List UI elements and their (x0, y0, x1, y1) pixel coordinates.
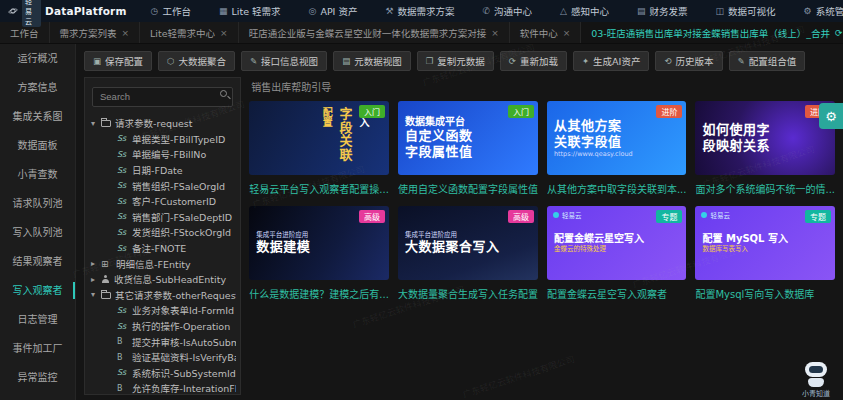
tree-expand-arrow[interactable]: ▸ (89, 259, 97, 268)
tree-node[interactable]: ▾请求参数-request (89, 116, 236, 132)
toolbar-button-复制元数据[interactable]: ❐复制元数据 (417, 51, 494, 71)
card-caption[interactable]: 从其他方案中取字段关联到本... (547, 181, 687, 196)
tree-node[interactable]: B验证基础资料-IsVerifyBaseDataField (89, 349, 236, 365)
toolbar-button-保存配置[interactable]: ▣保存配置 (84, 51, 152, 71)
tab-refresh-icon[interactable]: ⟳ (835, 28, 843, 38)
assistant-mascot[interactable]: 小青知道 (799, 362, 833, 398)
field-tree-panel: ▾请求参数-requestSs单据类型-FBillTypeIDSs单据编号-FB… (84, 77, 241, 395)
toolbar-button-接口信息视图[interactable]: ✎接口信息视图 (241, 51, 327, 71)
tree-node-label: 日期-FDate (132, 163, 183, 177)
card-caption[interactable]: 轻易云平台写入观察者配置操... (249, 181, 389, 196)
card-caption[interactable]: 配置Mysql写向写入数据库 (695, 286, 835, 301)
help-card[interactable]: 数据集成平台自定义函数字段属性值入门使用自定义函数配置字段属性值 (398, 101, 538, 196)
toolbar-button-生成AI资产[interactable]: ✦生成AI资产 (573, 51, 649, 71)
navbar-item-label: 感知中心 (571, 4, 609, 18)
bool-icon: B (117, 384, 128, 393)
tree-node[interactable]: ▸⊞明细信息-FEntity (89, 256, 236, 272)
brand[interactable]: 轻易云 DataPlatform (0, 0, 137, 27)
tree-node[interactable]: Ss销售部门-FSaleDeptID (89, 209, 236, 225)
navbar-item-感知中心[interactable]: △感知中心 (546, 0, 623, 22)
help-card[interactable]: 从其他方案关联字段值https://www.qeasy.cloud进阶从其他方案… (547, 101, 687, 196)
tree-node[interactable]: Ss执行的操作-Operation (89, 318, 236, 334)
help-card[interactable]: 集成平台进阶应用大数据聚合写入高级大数据量聚合生成写入任务配置 (398, 206, 538, 301)
tree-node[interactable]: ▾其它请求参数-otherRequest (89, 287, 236, 303)
tab-close-icon[interactable]: × (122, 28, 130, 38)
navbar-item-API 资产[interactable]: ◎API 资产 (295, 0, 372, 22)
navbar-item-系统管理[interactable]: ⚙系统管理 (790, 0, 843, 22)
tab-03-旺店通销售出库单对接金蝶销售出库单（线上）_合并[interactable]: 03-旺店通销售出库单对接金蝶销售出库单（线上）_合并⟳× (581, 22, 843, 43)
toolbar-button-大数据聚合[interactable]: ⬡大数据聚合 (158, 51, 235, 71)
tree-node[interactable]: Ss日期-FDate (89, 162, 236, 178)
help-card[interactable]: 集成平台进阶应用数据建模高级什么是数据建模？建模之后有... (249, 206, 389, 301)
tree-node[interactable]: Ss单据类型-FBillTypeID (89, 131, 236, 147)
toolbar-button-历史版本[interactable]: ⟲历史版本 (655, 51, 722, 71)
string-icon: Ss (117, 166, 128, 175)
tab-软件中心[interactable]: 软件中心× (510, 22, 582, 43)
sidebar-item-结果观察者[interactable]: 结果观察者 (0, 247, 75, 276)
tree-expand-arrow[interactable]: ▾ (89, 290, 97, 299)
sidebar-item-请求队列池[interactable]: 请求队列池 (0, 189, 75, 218)
string-icon: Ss (117, 368, 128, 377)
tree-node-label: 收货信息-SubHeadEntity (114, 272, 226, 286)
card-caption[interactable]: 大数据量聚合生成写入任务配置 (398, 286, 538, 301)
navbar-item-沟通中心[interactable]: ✆沟通中心 (469, 0, 547, 22)
tab-旺店通企业版与金蝶云星空业财一体化数据需求方案对接[interactable]: 旺店通企业版与金蝶云星空业财一体化数据需求方案对接× (239, 22, 510, 43)
tree-node[interactable]: B允许负库存-InterationFlags (89, 381, 236, 395)
toolbar-button-元数据视图[interactable]: ▤元数据视图 (333, 51, 411, 71)
field-tree: ▾请求参数-requestSs单据类型-FBillTypeIDSs单据编号-FB… (85, 114, 240, 396)
sidebar-item-运行概况[interactable]: 运行概况 (0, 44, 75, 73)
thumb-text: 配置金蝶云星空写入 (554, 233, 680, 246)
help-card[interactable]: 写入字段关联配置入门轻易云平台写入观察者配置操... (249, 101, 389, 196)
tree-node[interactable]: Ss业务对象表单Id-FormId (89, 303, 236, 319)
search-input[interactable] (92, 87, 233, 107)
sidebar-item-事件加工厂[interactable]: 事件加工厂 (0, 334, 75, 363)
tree-expand-arrow[interactable]: ▾ (89, 119, 97, 128)
tree-node-label: 备注-FNOTE (132, 241, 186, 255)
card-thumbnail: 集成平台进阶应用数据建模高级 (249, 206, 389, 280)
card-caption[interactable]: 面对多个系统编码不统一的情... (695, 181, 835, 196)
tree-node[interactable]: Ss销售组织-FSaleOrgId (89, 178, 236, 194)
toolbar-button-配置组合值[interactable]: ✎配置组合值 (729, 51, 806, 71)
navbar-item-数据可视化[interactable]: ◫数据可视化 (702, 0, 790, 22)
sidebar-item-写入观察者[interactable]: 写入观察者 (0, 276, 75, 305)
sidebar-item-方案信息[interactable]: 方案信息 (0, 73, 75, 102)
tab-close-icon[interactable]: × (220, 28, 228, 38)
tree-node-label: 系统标识-SubSystemId (132, 366, 236, 380)
sidebar-item-日志管理[interactable]: 日志管理 (0, 305, 75, 334)
tab-close-icon[interactable]: × (491, 28, 499, 38)
tree-node[interactable]: B提交并审核-IsAutoSubmitAndAudit (89, 334, 236, 350)
tab-label: Lite轻需求中心 (150, 26, 215, 40)
navbar-item-工作台[interactable]: ◷工作台 (137, 0, 205, 22)
help-card[interactable]: 如何使用字段映射关系进阶面对多个系统编码不统一的情... (695, 101, 835, 196)
sidebar-item-数据面板[interactable]: 数据面板 (0, 131, 75, 160)
sidebar-item-异常监控[interactable]: 异常监控 (0, 363, 75, 392)
left-sidebar: 运行概况方案信息集成关系图数据面板小青查数请求队列池写入队列池结果观察者写入观察… (0, 44, 76, 400)
tree-node[interactable]: Ss备注-FNOTE (89, 240, 236, 256)
navbar-menu: ◷工作台▦Lite 轻需求◎API 资产⚒数据需求方案✆沟通中心△感知中心▤财务… (137, 0, 843, 22)
card-caption[interactable]: 配置金蝶云星空写入观察者 (547, 286, 687, 301)
card-caption[interactable]: 使用自定义函数配置字段属性值 (398, 181, 538, 196)
card-caption[interactable]: 什么是数据建模？建模之后有... (249, 286, 389, 301)
tree-node[interactable]: Ss单据编号-FBillNo (89, 147, 236, 163)
navbar-item-财务发票[interactable]: ▤财务发票 (623, 0, 702, 22)
tree-node[interactable]: Ss客户-FCustomerID (89, 193, 236, 209)
help-card[interactable]: 轻易云配置 MySQL 写入数据库写表写入专题配置Mysql写向写入数据库 (695, 206, 835, 301)
thumb-text: 数据库写表写入 (702, 245, 828, 253)
tab-Lite轻需求中心[interactable]: Lite轻需求中心× (140, 22, 239, 43)
tree-node-label: 销售组织-FSaleOrgId (132, 179, 225, 193)
help-card[interactable]: 轻易云配置金蝶云星空写入金蝶云的特殊处理专题配置金蝶云星空写入观察者 (547, 206, 687, 301)
sidebar-item-小青查数[interactable]: 小青查数 (0, 160, 75, 189)
sidebar-item-写入队列池[interactable]: 写入队列池 (0, 218, 75, 247)
navbar-item-Lite 轻需求[interactable]: ▦Lite 轻需求 (205, 0, 295, 22)
tree-expand-arrow[interactable]: ▸ (89, 275, 97, 284)
toolbar-button-重新加载[interactable]: ⟳重新加载 (500, 51, 567, 71)
tree-node[interactable]: Ss系统标识-SubSystemId (89, 365, 236, 381)
sidebar-item-集成关系图[interactable]: 集成关系图 (0, 102, 75, 131)
tree-node[interactable]: ▸收货信息-SubHeadEntity (89, 271, 236, 287)
tree-node[interactable]: Ss发货组织-FStockOrgId (89, 225, 236, 241)
navbar-item-label: 系统管理 (816, 4, 843, 18)
tab-close-icon[interactable]: × (563, 28, 571, 38)
thumb-text: 段映射关系 (702, 138, 828, 154)
settings-float-button[interactable]: ⚙ (819, 103, 843, 129)
navbar-item-数据需求方案[interactable]: ⚒数据需求方案 (371, 0, 468, 22)
